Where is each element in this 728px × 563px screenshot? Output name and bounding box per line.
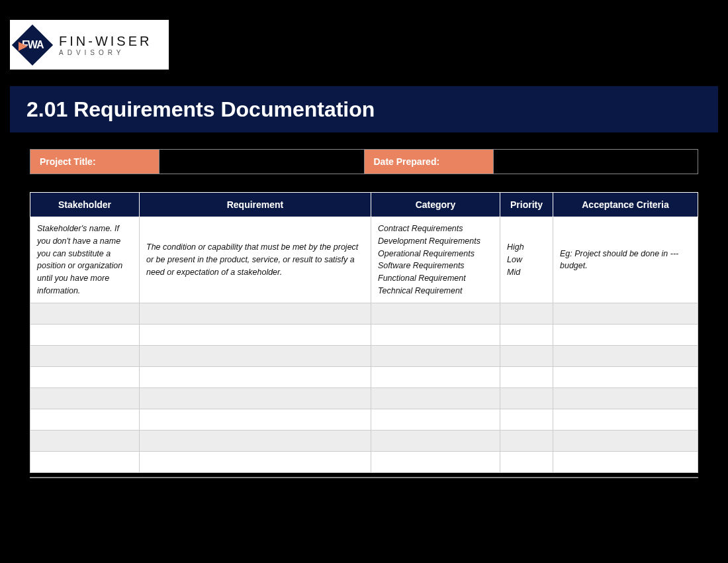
title-bar: 2.01 Requirements Documentation: [10, 86, 718, 132]
info-row: Stakeholder's name. If you don't have a …: [30, 217, 698, 303]
pri-item: Low: [507, 254, 546, 266]
pri-item: Mid: [507, 266, 546, 279]
cat-item: Operational Requirements: [378, 248, 493, 260]
logo-sub-text: ADVISORY: [59, 49, 152, 56]
divider: [30, 477, 698, 478]
table-row[interactable]: [30, 303, 698, 324]
date-prepared-value[interactable]: [494, 150, 698, 174]
logo-initials: FWA: [22, 38, 44, 50]
table-row[interactable]: [30, 409, 698, 430]
pri-item: High: [507, 241, 546, 254]
info-priorities: High Low Mid: [500, 217, 553, 303]
page-title: 2.01 Requirements Documentation: [26, 97, 375, 122]
project-title-label: Project Title:: [30, 150, 159, 174]
table-row[interactable]: [30, 430, 698, 451]
cat-item: Development Requirements: [378, 235, 493, 248]
cat-item: Contract Requirements: [378, 223, 493, 235]
col-stakeholder: Stakeholder: [30, 193, 140, 217]
info-acceptance: Eg: Project should be done in --- budget…: [553, 217, 698, 303]
table-row[interactable]: [30, 345, 698, 366]
table-row[interactable]: [30, 366, 698, 387]
info-categories: Contract Requirements Development Requir…: [371, 217, 500, 303]
logo-main-text: FIN-WISER: [59, 34, 152, 49]
cat-item: Software Requirements: [378, 260, 493, 272]
col-priority: Priority: [500, 193, 553, 217]
col-acceptance: Acceptance Criteria: [553, 193, 698, 217]
col-requirement: Requirement: [140, 193, 371, 217]
info-requirement: The condition or capability that must be…: [140, 217, 371, 303]
col-category: Category: [371, 193, 500, 217]
project-title-value[interactable]: [159, 150, 365, 174]
cat-item: Technical Requirement: [378, 285, 493, 297]
logo-text: FIN-WISER ADVISORY: [59, 34, 152, 56]
meta-row: Project Title: Date Prepared:: [30, 149, 698, 174]
requirements-table: Stakeholder Requirement Category Priorit…: [30, 192, 698, 473]
logo-diamond-icon: FWA: [12, 24, 53, 65]
table-row[interactable]: [30, 387, 698, 409]
info-stakeholder: Stakeholder's name. If you don't have a …: [30, 217, 140, 303]
table-row[interactable]: [30, 451, 698, 472]
table-row[interactable]: [30, 324, 698, 345]
cat-item: Functional Requirement: [378, 272, 493, 285]
table-header-row: Stakeholder Requirement Category Priorit…: [30, 193, 698, 217]
date-prepared-label: Date Prepared:: [365, 150, 494, 174]
logo: FWA FIN-WISER ADVISORY: [10, 20, 169, 70]
